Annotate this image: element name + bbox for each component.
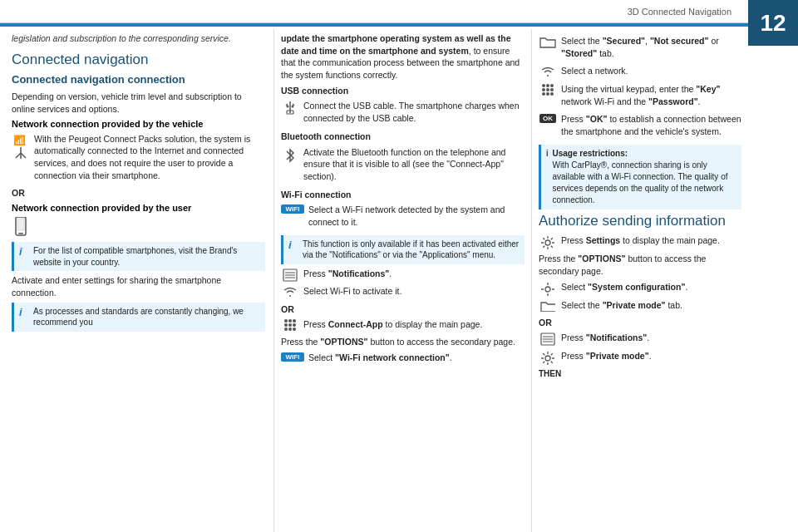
smartphone-icon [12,216,30,239]
press-options2: Press the "OPTIONS" button to access the… [539,253,741,277]
info1-text: For the list of compatible smartphones, … [33,245,260,268]
info-box-wifi: i This function is only available if it … [281,235,525,264]
ok-row: OK Press "OK" to establish a connection … [539,113,741,140]
usb-label: USB connection [281,85,525,97]
select-syscfg-text: Select "System configuration". [561,281,741,293]
wifi-network-icon [539,65,557,77]
select-wifi-text: Select Wi-Fi to activate it. [303,285,525,298]
wifi-label: Wi-Fi connection [281,189,525,201]
notif2-icon [539,332,557,346]
svg-point-18 [545,287,550,292]
ok-badge: OK [539,114,556,123]
settings-icon [539,234,557,250]
settings-row: Press Settings to display the main page. [539,234,741,250]
secured-row: Select the "Secured", "Not secured" or "… [539,35,741,62]
keypad-row: Using the virtual keypad, enter the "Key… [539,83,741,111]
svg-point-11 [287,106,289,108]
usage-text: With CarPlay®, connection sharing is onl… [552,160,736,206]
private-tab-icon [539,299,557,312]
press-connectapp: Press Connect-App to display the main pa… [303,318,525,331]
h3-connected-nav-connection: Connected navigation connection [12,73,265,87]
content-area: legislation and subscription to the corr… [0,29,798,532]
page-header: 3D Connected Navigation [0,0,798,23]
notif2-row: Press "Notifications". [539,332,741,347]
svg-line-3 [21,153,26,158]
menu-icon [281,268,299,282]
wifi2-badge: WIFI [281,352,304,362]
svg-point-17 [545,240,550,245]
grid-icon-inner [284,319,296,331]
select-private-text: Select the "Private mode" tab. [561,299,741,312]
keypad-grid [542,84,554,96]
press-private: Press "Private mode". [561,350,741,362]
or1-mid: OR [281,303,525,316]
keypad-text: Using the virtual keypad, enter the "Key… [561,83,741,107]
select-wifi-row: Select Wi-Fi to activate it. [281,285,525,301]
bt-section-label: Bluetooth connection [281,131,371,141]
blue-bar [0,23,748,27]
svg-point-23 [545,356,550,361]
info-box-2: i As processes and standards are constan… [12,303,265,332]
connectapp-row: Press Connect-App to display the main pa… [281,318,525,334]
col-right: Select the "Secured", "Not secured" or "… [532,29,748,532]
private-mode-row: Press "Private mode". [539,350,741,366]
smartphone-icon-row [12,216,265,239]
folder-icon [539,35,557,49]
wifi-icon-row: WIFI Select a Wi-Fi network detected by … [281,204,525,231]
app-grid-icon [281,318,299,331]
wifi-select-icon [281,285,299,298]
then-label: THEN [539,368,741,380]
usage-content: Usage restrictions: With CarPlay®, conne… [552,148,736,206]
wifi-badge: WIFI [281,204,304,214]
intro-text: legislation and subscription to the corr… [12,32,265,45]
user-desc: Activate and enter settings for sharing … [12,274,265,298]
h4-network-user: Network connection provided by the user [12,202,265,214]
wifi-icon: WIFI [281,204,304,214]
usb-icon [281,100,299,116]
wifi-section-label: Wi-Fi connection [281,190,351,200]
mid-intro: update the smartphone operating system a… [281,32,525,81]
or1-left: OR [12,187,265,200]
press-settings: Press Settings to display the main page. [561,234,741,247]
syscfg-row: Select "System configuration". [539,281,741,297]
col-mid: update the smartphone operating system a… [274,29,532,532]
press-notif2: Press "Notifications". [561,332,741,344]
notif-row: Press "Notifications". [281,268,525,283]
ok-text: Press "OK" to establish a connection bet… [561,113,741,137]
svg-rect-5 [18,233,23,234]
usage-box: i Usage restrictions: With CarPlay®, con… [539,145,741,209]
h2-authorize: Authorize sending information [539,213,741,229]
select-network-row: Select a network. [539,65,741,81]
keypad-icon [539,83,557,96]
info-icon-wifi: i [288,239,298,251]
svg-line-2 [16,153,21,158]
header-title: 3D Connected Navigation [628,7,732,17]
press-options-mid: Press the "OPTIONS" button to access the… [281,336,525,348]
wifi2-icon: WIFI [281,352,304,362]
private-tab-row: Select the "Private mode" tab. [539,299,741,315]
bt-label: Bluetooth connection [281,131,525,143]
usb-icon-row: Connect the USB cable. The smartphone ch… [281,100,525,127]
press-notif: Press "Notifications". [303,268,525,280]
info-box-1: i For the list of compatible smartphones… [12,242,265,271]
svg-rect-6 [17,219,24,230]
wifi-text: Select a Wi-Fi network detected by the s… [308,204,525,228]
usage-title: Usage restrictions: [552,148,736,160]
or1-right: OR [539,317,741,329]
private-mode-icon [539,350,557,366]
select-wifi2-row: WIFI Select "Wi-Fi network connection". [281,352,525,367]
select-network-text: Select a network. [561,65,741,77]
info-wifi-text: This function is only available if it ha… [303,239,520,261]
usb-text: Connect the USB cable. The smartphone ch… [303,100,525,124]
info-icon-1: i [19,245,29,258]
col-left: legislation and subscription to the corr… [0,29,274,532]
usb-section-label: USB connection [281,86,348,96]
ok-icon: OK [539,113,557,123]
info2-text: As processes and standards are constantl… [33,306,260,328]
usage-info-icon: i [546,148,548,158]
h2-connected-nav: Connected navigation [12,52,265,68]
section-desc: Depending on version, vehicle trim level… [12,91,265,115]
svg-text:📶: 📶 [13,134,26,145]
bt-icon-row: Activate the Bluetooth function on the t… [281,146,525,186]
bt-icon [281,146,299,164]
